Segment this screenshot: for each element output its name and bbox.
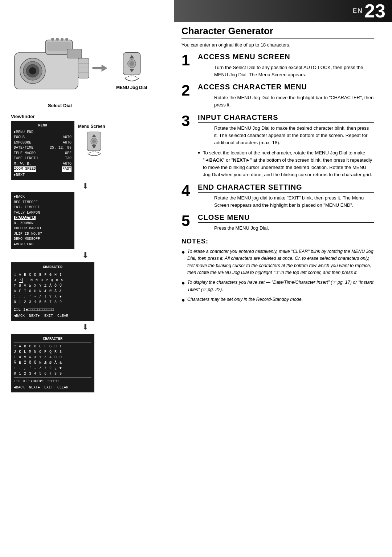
char-row: Ä É Î Ö Ü N Æ Ø Å & <box>14 360 91 366</box>
step-3-heading: INPUT CHARACTERS <box>198 113 374 123</box>
char-grid-2-title: CHARACTER <box>14 336 91 343</box>
left-column: Select Dial MENU Jog Dial Viewfinder <box>0 0 167 400</box>
char-grid-2: CHARACTER □ A B C D E F G H I J K L M N … <box>11 334 94 392</box>
menu-row: EXPOSUREAUTO <box>14 140 72 146</box>
note-bullet-2: ● <box>181 279 187 287</box>
char-row: T U V W X Y Z Ä Ö Ü <box>14 283 91 288</box>
menu-row-character-highlighted: CHARACTER <box>14 215 72 221</box>
char-row: 0 1 2 3 4 5 6 7 8 9 <box>14 371 91 376</box>
menu-box-1-title: MENU <box>14 123 72 129</box>
step-3-bullet: • To select the location of the next cha… <box>198 149 374 179</box>
menu-jog-area: MENU Jog Dial <box>116 51 147 90</box>
subtitle-text: You can enter an original title of up to… <box>181 42 374 48</box>
menu-row: ▶MENU END <box>14 242 72 247</box>
step-4-header: 4 END CHARACTER SETTING Rotate the MENU … <box>181 183 374 209</box>
note-item-1: ● To erase a character you entered mista… <box>181 248 374 277</box>
char-nav-line-2: ◄BACK NEXT► EXIT CLEAR <box>14 385 91 390</box>
step-2-number: 2 <box>181 83 194 98</box>
menu-jog-label: MENU Jog Dial <box>116 85 147 90</box>
step-1-body: Turn the Select Dial to any position exc… <box>214 64 374 78</box>
step-3-body: Rotate the MENU Jog Dial to make the des… <box>214 125 374 146</box>
page-title: Character Generator <box>181 25 374 39</box>
menu-row: TALLY LAMPON <box>14 210 72 216</box>
char-row: : . , ' – / ! ? ¿ ♥ <box>14 366 91 371</box>
step-3-number: 3 <box>181 113 194 129</box>
step-1-header: 1 ACCESS MENU SCREEN Turn the Select Dia… <box>181 53 374 78</box>
step-2-title-block: ACCESS CHARACTER MENU Rotate the MENU Jo… <box>198 83 374 109</box>
menu-row: TAPE LENGTHT30 <box>14 156 72 161</box>
step-3-header: 3 INPUT CHARACTERS Rotate the MENU Jog D… <box>181 113 374 146</box>
note-text-1: To erase a character you entered mistake… <box>187 248 374 277</box>
right-column: Character Generator You can enter an ori… <box>174 0 385 315</box>
note-text-3: Characters may be set only in the Record… <box>187 296 303 303</box>
menu-row: TELE MACROOFF <box>14 151 72 156</box>
note-item-3: ● Characters may be set only in the Reco… <box>181 296 374 304</box>
svg-point-26 <box>92 140 96 143</box>
step-4-heading: END CHARACTER SETTING <box>198 183 374 193</box>
menu-screen-label: Menu Screen <box>78 124 105 129</box>
step-5-number: 5 <box>181 213 194 229</box>
char-grid-1: CHARACTER □ A B C D E F G H I J K L M N … <box>11 262 94 321</box>
note-bullet-1: ● <box>181 248 187 256</box>
step-4-section: 4 END CHARACTER SETTING Rotate the MENU … <box>181 183 374 209</box>
char-grid-1-title: CHARACTER <box>14 265 91 271</box>
step-1-heading: ACCESS MENU SCREEN <box>198 53 374 62</box>
menu-row: INT. TIMEOFF <box>14 205 72 210</box>
menu-row: ▶NEXT <box>14 173 72 178</box>
menu-row: D. ZOOMON <box>14 221 72 226</box>
arrow-down-1: ⬇ <box>11 182 160 190</box>
char-input-line-1: I□L I■□□□□□□□□□□□ <box>14 306 91 312</box>
menu-row: M. W. B.AUTO <box>14 161 72 167</box>
menu-row: ▶MENU END <box>14 130 72 135</box>
bullet-dot-3: • <box>198 149 203 157</box>
menu-row: JLIP ID NO.07 <box>14 231 72 237</box>
step-4-number: 4 <box>181 183 194 198</box>
menu-row: REC TIMEOFF <box>14 200 72 205</box>
step-5-heading: CLOSE MENU <box>198 213 374 223</box>
menu-box-2: ▶BACK REC TIMEOFF INT. TIMEOFF TALLY LAM… <box>11 192 74 249</box>
svg-marker-16 <box>93 65 107 72</box>
menu-row: DEMO MODEOFF <box>14 237 72 242</box>
arrow-down-3: ⬇ <box>11 323 160 331</box>
svg-rect-12 <box>78 58 89 78</box>
step-3-title-block: INPUT CHARACTERS Rotate the MENU Jog Dia… <box>198 113 374 146</box>
step-2-header: 2 ACCESS CHARACTER MENU Rotate the MENU … <box>181 83 374 109</box>
step-5-section: 5 CLOSE MENU Press the MENU Jog Dial. <box>181 213 374 232</box>
jog-dial-svg <box>117 51 146 84</box>
step-2-body: Rotate the MENU Jog Dial to move the hig… <box>214 94 374 109</box>
svg-point-21 <box>129 61 134 66</box>
note-bullet-3: ● <box>181 296 187 304</box>
char-row: T U V W X Y Z Ä Ö Ü <box>14 355 91 360</box>
menu-row-highlighted: ZOOM SPEED FAST <box>14 166 72 172</box>
camera-diagram: Select Dial <box>11 33 109 108</box>
svg-point-4 <box>29 67 36 74</box>
select-dial-label: Select Dial <box>11 103 109 108</box>
note-text-2: To display the characters you have set —… <box>187 279 374 293</box>
viewfinder-title: Viewfinder <box>11 114 74 119</box>
camera-svg <box>11 33 109 100</box>
notes-section: NOTES: ● To erase a character you entere… <box>181 238 374 304</box>
svg-point-11 <box>65 38 68 41</box>
note-item-2: ● To display the characters you have set… <box>181 279 374 293</box>
menu-row: COLOUR BAROFF <box>14 226 72 231</box>
char-row: □ A B C D E F G H I <box>14 344 91 349</box>
svg-point-8 <box>51 38 54 41</box>
step-4-body: Rotate the MENU jog dial to make "EXIT" … <box>214 194 374 209</box>
char-row: □ A B C D E F G H I <box>14 272 91 278</box>
small-jog-dial-svg <box>83 131 105 158</box>
step-2-heading: ACCESS CHARACTER MENU <box>198 83 374 92</box>
arrow-down-2: ⬇ <box>11 251 160 259</box>
step-3-bullet-text: To select the location of the next chara… <box>203 149 374 179</box>
svg-point-10 <box>61 38 64 41</box>
menu-box-1: MENU ▶MENU END FOCUSAUTO EXPOSUREAUTO DA… <box>11 121 74 180</box>
char-row: Ä É Î Ö Ü N Æ Ø Å & <box>14 288 91 294</box>
step-5-title-block: CLOSE MENU Press the MENU Jog Dial. <box>198 213 374 232</box>
char-nav-line-1: ◄BACK NEXT► EXIT CLEAR <box>14 313 91 319</box>
char-input-line-2: I□LIKE□YOU□♥□ □□□□□ <box>14 378 91 384</box>
step-5-body: Press the MENU Jog Dial. <box>214 225 374 232</box>
char-row: J K L M N O P Q R S <box>14 349 91 355</box>
notes-heading: NOTES: <box>181 238 374 245</box>
step-1-section: 1 ACCESS MENU SCREEN Turn the Select Dia… <box>181 53 374 78</box>
step-4-title-block: END CHARACTER SETTING Rotate the MENU jo… <box>198 183 374 209</box>
svg-rect-7 <box>67 49 82 58</box>
